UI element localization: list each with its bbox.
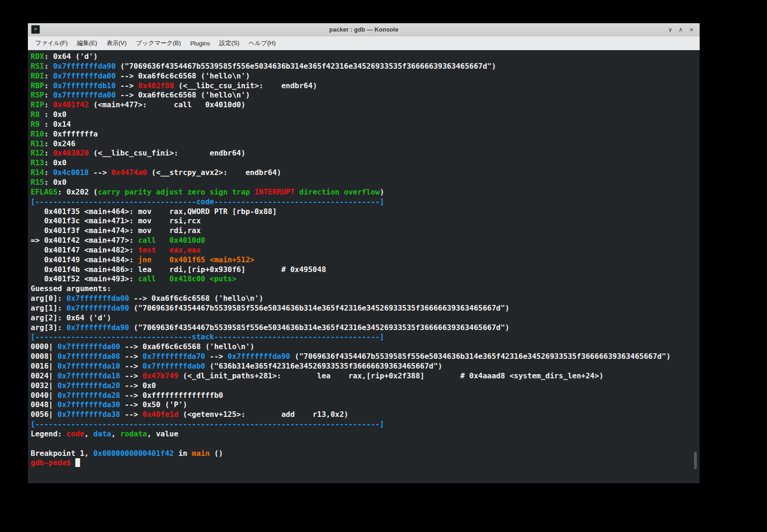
konsole-window: > packer : gdb — Konsole ∨ ∧ × ファイル(F) 編…: [28, 23, 700, 483]
terminal-line: 0x401f35 <main+464>: mov rax,QWORD PTR […: [31, 207, 700, 217]
menu-item-edit[interactable]: 編集(E): [72, 37, 102, 49]
terminal-line: 0032| 0x7fffffffda20 --> 0x0: [31, 381, 700, 391]
terminal-line: 0056| 0x7fffffffda38 --> 0x40fe1d (<gete…: [31, 410, 700, 420]
terminal-line: EFLAGS: 0x202 (carry parity adjust zero …: [31, 188, 700, 197]
terminal-line: R13: 0x0: [31, 158, 700, 168]
terminal-line: Legend: code, data, rodata, value: [31, 429, 700, 439]
terminal-line: 0x401f3c <main+471>: mov rsi,rcx: [31, 216, 700, 226]
terminal-line: => 0x401f42 <main+477>: call 0x4010d0: [31, 236, 700, 246]
terminal-line: R15: 0x0: [31, 178, 700, 188]
terminal-line: [-----------------------------------stac…: [31, 332, 700, 342]
terminal-viewport[interactable]: RDX: 0x64 ('d')RSI: 0x7fffffffda90 ("706…: [28, 50, 700, 483]
terminal-line: R9 : 0x14: [31, 120, 700, 130]
terminal-line: RIP: 0x401f42 (<main+477>: call 0x4010d0…: [31, 100, 700, 110]
terminal-line: arg[0]: 0x7fffffffda00 --> 0xa6f6c6c6568…: [31, 294, 700, 304]
terminal-line: arg[2]: 0x64 ('d'): [31, 313, 700, 323]
terminal-output: RDX: 0x64 ('d')RSI: 0x7fffffffda90 ("706…: [31, 52, 700, 468]
minimize-icon[interactable]: ∨: [668, 26, 673, 32]
terminal-line: 0008| 0x7fffffffda08 --> 0x7fffffffda70 …: [31, 352, 700, 362]
terminal-line: RDX: 0x64 ('d'): [31, 52, 700, 62]
terminal-line: 0024| 0x7fffffffda18 --> 0x47b749 (<_dl_…: [31, 371, 700, 381]
terminal-line: 0x401f3f <main+474>: mov rdi,rax: [31, 226, 700, 236]
menu-item-plugins[interactable]: Plugins: [185, 38, 215, 49]
terminal-line: RBP: 0x7fffffffdb10 --> 0x402f80 (<__lib…: [31, 81, 700, 91]
konsole-app-icon: >: [31, 25, 40, 34]
terminal-line: [---------------------------------------…: [31, 420, 700, 429]
terminal-line: gdb-peda$ █: [31, 458, 700, 468]
terminal-line: R12: 0x403020 (<__libc_csu_fini>: endbr6…: [31, 149, 700, 158]
terminal-line: 0000| 0x7fffffffda00 --> 0xa6f6c6c6568 (…: [31, 342, 700, 352]
terminal-line: 0x401f52 <main+493>: call 0x418c00 <puts…: [31, 274, 700, 284]
terminal-line: 0040| 0x7fffffffda28 --> 0xfffffffffffff…: [31, 391, 700, 401]
maximize-icon[interactable]: ∧: [679, 26, 683, 32]
terminal-line: R14: 0x4c0018 --> 0x4474a0 (<__strcpy_av…: [31, 168, 700, 178]
window-controls: ∨ ∧ ×: [668, 23, 694, 36]
terminal-line: [------------------------------------cod…: [31, 197, 700, 207]
terminal-line: [31, 439, 700, 449]
window-title: packer : gdb — Konsole: [28, 26, 700, 33]
menu-item-settings[interactable]: 設定(S): [215, 37, 244, 49]
terminal-line: 0048| 0x7fffffffda30 --> 0x50 ('P'): [31, 400, 700, 410]
terminal-line: R10: 0xfffffffa: [31, 130, 700, 139]
menu-item-file[interactable]: ファイル(F): [31, 37, 72, 49]
close-icon[interactable]: ×: [689, 26, 694, 32]
scrollbar-thumb[interactable]: [694, 452, 697, 469]
terminal-line: 0x401f49 <main+484>: jne 0x401f65 <main+…: [31, 255, 700, 265]
menu-item-bookmarks[interactable]: ブックマーク(B): [131, 37, 186, 49]
titlebar: > packer : gdb — Konsole ∨ ∧ ×: [28, 23, 700, 36]
menu-item-view[interactable]: 表示(V): [102, 37, 131, 49]
terminal-line: RSI: 0x7fffffffda90 ("7069636f4354467b55…: [31, 62, 700, 71]
terminal-line: RSP: 0x7fffffffda00 --> 0xa6f6c6c6568 ('…: [31, 91, 700, 100]
terminal-line: arg[3]: 0x7fffffffda90 ("7069636f4354467…: [31, 323, 700, 333]
menu-item-help[interactable]: ヘルプ(H): [244, 37, 280, 49]
terminal-line: RDI: 0x7fffffffda00 --> 0xa6f6c6c6568 ('…: [31, 71, 700, 81]
terminal-line: 0016| 0x7fffffffda10 --> 0x7fffffffdab0 …: [31, 362, 700, 371]
terminal-line: 0x401f47 <main+482>: test eax,eax: [31, 246, 700, 255]
terminal-line: Guessed arguments:: [31, 284, 700, 294]
menubar: ファイル(F) 編集(E) 表示(V) ブックマーク(B) Plugins 設定…: [28, 36, 700, 50]
terminal-line: arg[1]: 0x7fffffffda90 ("7069636f4354467…: [31, 304, 700, 313]
terminal-line: 0x401f4b <main+486>: lea rdi,[rip+0x930f…: [31, 265, 700, 275]
terminal-line: R8 : 0x0: [31, 110, 700, 120]
terminal-line: R11: 0x246: [31, 139, 700, 149]
terminal-line: Breakpoint 1, 0x0000000000401f42 in main…: [31, 449, 700, 459]
